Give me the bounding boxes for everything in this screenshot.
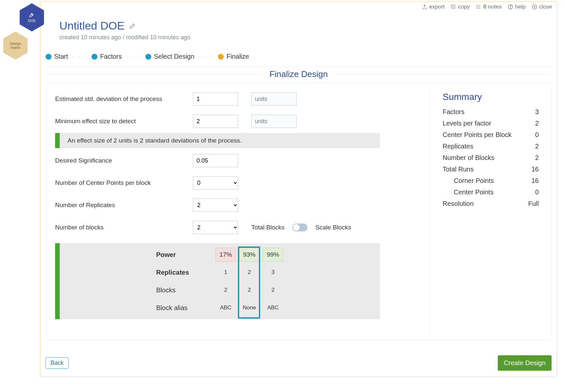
std-dev-units-input[interactable] (251, 92, 297, 106)
replicates-select[interactable]: 2 (193, 199, 238, 212)
summary-row-value: 0 (535, 131, 539, 139)
power-table: Power 17% 93% 99% Replicates 1 2 3 Block… (155, 246, 285, 317)
footer: Back Create Design (46, 355, 552, 371)
blocks-cell: 2 (271, 287, 274, 293)
step-finalize[interactable]: Finalize (218, 53, 249, 60)
summary-row-value: 2 (535, 143, 539, 150)
copy-label: copy (458, 4, 470, 10)
block-scale-options: Total Blocks Scale Blocks (251, 224, 351, 231)
top-toolbar: export copy 0 notes help close (422, 4, 552, 10)
banner-stripe (55, 133, 60, 148)
step-select-design[interactable]: Select Design (145, 53, 194, 60)
summary-row-label: Corner Points (454, 177, 494, 185)
step-dot-icon (46, 54, 52, 60)
divider (334, 74, 552, 74)
summary-row: Total Runs16 (443, 166, 539, 173)
design-matrix-label-1: Design (10, 42, 21, 46)
summary-row-value: 0 (535, 188, 539, 196)
center-points-label: Number of Center Points per block (55, 179, 193, 186)
summary-row-value: 3 (535, 108, 539, 116)
summary-row: Replicates2 (443, 143, 539, 150)
stepper: Start · · · Factors · · · Select Design … (46, 53, 552, 67)
summary-row-label: Replicates (443, 143, 473, 150)
power-cell[interactable]: 93% (239, 248, 260, 262)
step-dot-icon (92, 54, 97, 60)
design-matrix-badge[interactable]: Design matrix (3, 31, 28, 60)
export-button[interactable]: export (422, 4, 445, 10)
summary-row-label: Center Points (454, 188, 493, 196)
summary-row-label: Resolution (443, 200, 474, 207)
svg-point-2 (477, 7, 477, 7)
blocks-cell: 2 (224, 287, 227, 293)
edit-title-icon[interactable] (129, 22, 136, 29)
page-subtitle: created 10 minutes ago / modified 10 min… (59, 34, 190, 41)
significance-input[interactable] (193, 154, 238, 167)
form-column: Estimated std. deviation of the process … (46, 83, 430, 340)
min-effect-label: Minimum effect size to detect (55, 118, 193, 125)
blocks-select[interactable]: 2 (193, 221, 238, 234)
min-effect-units-input[interactable] (251, 115, 297, 128)
alias-cell: ABC (267, 304, 279, 311)
step-separator: · · · (71, 53, 88, 60)
replicates-cell: 2 (248, 269, 251, 276)
svg-point-5 (511, 8, 511, 8)
divider (46, 74, 263, 74)
notes-button[interactable]: 0 notes (476, 4, 502, 10)
section-title-row: Finalize Design (46, 69, 552, 79)
blocks-cell: 2 (248, 287, 251, 293)
summary-row: Number of Blocks2 (443, 154, 539, 162)
close-icon (532, 4, 537, 10)
notes-icon (476, 4, 482, 10)
summary-row: Levels per factor2 (443, 120, 539, 127)
doe-badge-label: DOE (28, 19, 36, 23)
std-dev-label: Estimated std. deviation of the process (55, 95, 193, 103)
svg-point-1 (477, 5, 477, 6)
back-button[interactable]: Back (46, 357, 69, 369)
summary-row-value: Full (528, 200, 539, 207)
copy-icon (450, 4, 456, 10)
min-effect-input[interactable] (193, 115, 238, 128)
svg-point-3 (477, 8, 477, 9)
summary-row-label: Levels per factor (443, 120, 491, 127)
summary-row-value: 2 (535, 154, 539, 162)
design-matrix-label-2: matrix (10, 46, 20, 49)
step-label: Start (54, 53, 68, 60)
std-dev-input[interactable] (193, 92, 238, 106)
summary-row-label: Center Points per Block (443, 131, 512, 139)
power-cell[interactable]: 99% (263, 248, 283, 262)
close-button[interactable]: close (532, 4, 552, 10)
blocks-row-label: Blocks (155, 286, 176, 294)
header: Untitled DOE created 10 minutes ago / mo… (59, 19, 190, 41)
summary-row: Factors3 (443, 108, 539, 116)
effect-info-banner: An effect size of 2 units is 2 standard … (55, 133, 380, 148)
summary-row-label: Total Runs (443, 166, 474, 173)
export-icon (422, 4, 428, 10)
step-label: Factors (100, 53, 122, 60)
step-separator: · · · (198, 53, 215, 60)
summary-row-value: 16 (532, 177, 539, 185)
content-area: Estimated std. deviation of the process … (46, 83, 552, 341)
blocks-mode-toggle[interactable] (292, 224, 307, 231)
alias-row-label: Block alias (155, 304, 188, 312)
create-design-button[interactable]: Create Design (498, 355, 552, 371)
center-points-select[interactable]: 0 (193, 176, 238, 189)
total-blocks-label: Total Blocks (251, 224, 284, 231)
notes-label: notes (488, 4, 502, 10)
power-cell[interactable]: 17% (216, 248, 236, 262)
help-icon (508, 4, 513, 10)
power-row-label: Power (155, 251, 176, 259)
wrench-icon (29, 12, 35, 18)
step-factors[interactable]: Factors (92, 53, 122, 60)
copy-button[interactable]: copy (450, 4, 470, 10)
summary-column: Summary Factors3Levels per factor2Center… (430, 83, 551, 340)
help-button[interactable]: help (508, 4, 526, 10)
power-analysis-block: Power 17% 93% 99% Replicates 1 2 3 Block… (55, 243, 380, 319)
alias-cell: None (243, 304, 256, 311)
summary-row-label: Factors (443, 108, 465, 116)
notes-count: 0 (483, 4, 486, 10)
summary-row-value: 2 (535, 120, 539, 127)
help-label: help (515, 4, 526, 10)
section-title: Finalize Design (263, 69, 334, 79)
step-start[interactable]: Start (46, 53, 68, 60)
step-label: Select Design (154, 53, 194, 60)
